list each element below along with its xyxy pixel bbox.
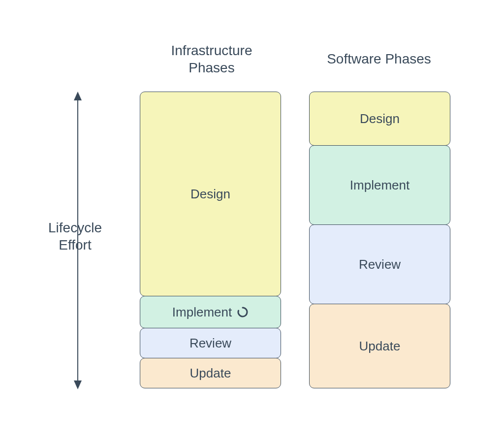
infra-phase-implement: Implement: [140, 296, 281, 328]
infra-phase-review: Review: [140, 328, 281, 358]
soft-phase-update: Update: [309, 304, 450, 388]
software-stack: Design Implement Review Update: [309, 92, 450, 388]
soft-phase-update-label: Update: [359, 339, 401, 354]
diagram-canvas: InfrastructurePhases Software Phases Lif…: [0, 0, 504, 443]
soft-phase-implement-label: Implement: [350, 178, 410, 193]
svg-marker-1: [74, 92, 82, 100]
infra-phase-update: Update: [140, 358, 281, 388]
soft-phase-design: Design: [309, 92, 450, 146]
infra-phase-design-label: Design: [190, 187, 230, 202]
soft-phase-review: Review: [309, 224, 450, 304]
infra-phase-implement-label: Implement: [172, 305, 249, 320]
infrastructure-stack: Design Implement Review Update: [140, 92, 281, 388]
soft-phase-review-label: Review: [359, 257, 401, 272]
infra-phase-update-label: Update: [190, 366, 231, 381]
infra-phase-implement-text: Implement: [172, 305, 232, 320]
svg-marker-2: [74, 380, 82, 389]
header-infrastructure: InfrastructurePhases: [138, 42, 285, 76]
soft-phase-design-label: Design: [360, 111, 400, 127]
loop-icon: [237, 306, 249, 318]
soft-phase-implement: Implement: [309, 145, 450, 225]
header-software: Software Phases: [305, 50, 453, 67]
lifecycle-axis-label: LifecycleEffort: [30, 219, 121, 253]
infra-phase-review-label: Review: [189, 336, 231, 351]
lifecycle-axis-label-text: LifecycleEffort: [48, 220, 102, 253]
header-software-text: Software Phases: [327, 51, 431, 66]
header-infrastructure-text: InfrastructurePhases: [171, 43, 252, 75]
infra-phase-design: Design: [140, 92, 281, 296]
